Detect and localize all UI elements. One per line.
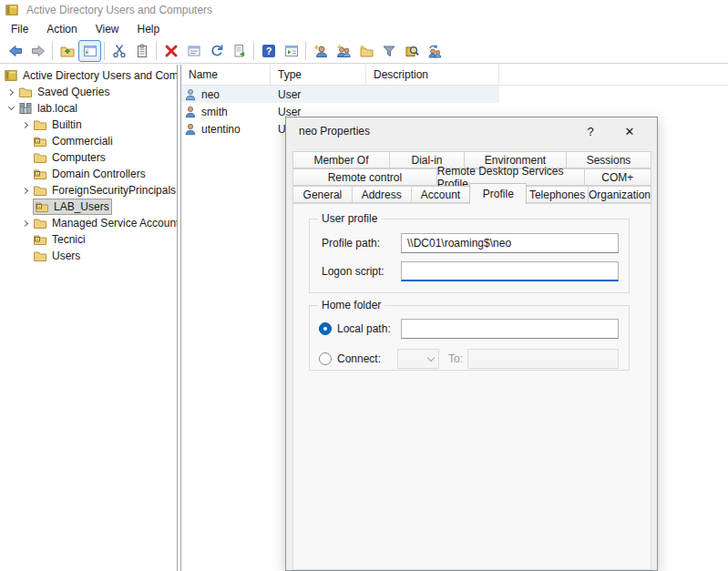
tab-telephones[interactable]: Telephones: [526, 186, 589, 203]
logon-script-input[interactable]: [401, 261, 619, 281]
tree-item-saved-queries[interactable]: Saved Queries: [0, 84, 177, 100]
tab-com-plus[interactable]: COM+: [584, 168, 651, 186]
column-header-type[interactable]: Type: [271, 65, 366, 85]
user-icon: [184, 123, 197, 136]
chevron-right-icon[interactable]: [18, 183, 33, 198]
mmc-app-icon: [5, 4, 18, 16]
new-ou-button[interactable]: [354, 40, 377, 62]
toolbar-separator: [253, 42, 254, 60]
find-button[interactable]: [400, 40, 423, 62]
new-ou-icon: [359, 44, 374, 58]
new-group-button[interactable]: [332, 40, 354, 62]
connect-radio[interactable]: [319, 352, 332, 365]
new-user-icon: [313, 44, 328, 58]
toolbar-separator: [156, 42, 157, 60]
tab-organization[interactable]: Organization: [588, 186, 651, 203]
folder-icon: [18, 85, 33, 99]
chevron-right-icon[interactable]: [18, 117, 33, 132]
menu-view[interactable]: View: [87, 21, 128, 37]
new-group-icon: [336, 44, 351, 58]
chevron-right-icon[interactable]: [18, 216, 33, 230]
toolbar-separator: [305, 42, 306, 60]
list-header: Name Type Description: [181, 65, 728, 86]
user-profile-legend: User profile: [318, 212, 381, 225]
filter-button[interactable]: [377, 40, 400, 62]
list-item-neo[interactable]: neo User: [181, 86, 499, 103]
back-button[interactable]: [4, 40, 26, 62]
dialog-title: neo Properties: [299, 125, 370, 138]
tree-item-domain[interactable]: lab.local: [0, 100, 177, 117]
tree-item-foreign-security-principals[interactable]: ForeignSecurityPrincipals: [0, 182, 177, 199]
refresh-button[interactable]: [205, 40, 228, 62]
change-domain-button[interactable]: [423, 40, 446, 62]
local-path-input[interactable]: [401, 319, 619, 339]
tree-selection: LAB_Users: [33, 199, 112, 215]
menu-help[interactable]: Help: [128, 21, 169, 37]
show-console-tree-button[interactable]: [78, 40, 101, 62]
dialog-help-button[interactable]: ?: [577, 120, 604, 143]
delete-button[interactable]: [159, 40, 182, 62]
domain-icon: [18, 101, 33, 116]
column-header-name[interactable]: Name: [181, 65, 271, 85]
tree-item-label: ForeignSecurityPrincipals: [52, 184, 176, 197]
tree-item-commerciali[interactable]: Commerciali: [0, 133, 177, 149]
chevron-down-icon: [427, 353, 435, 361]
tree-item-computers[interactable]: Computers: [0, 149, 177, 166]
tree-item-builtin[interactable]: Builtin: [0, 117, 177, 133]
console-tree-pane: Active Directory Users and Computers Sav…: [0, 65, 178, 571]
chevron-right-icon[interactable]: [4, 85, 18, 99]
tree-item-label: Commerciali: [52, 135, 113, 148]
new-user-button[interactable]: [309, 40, 332, 62]
svg-text:?: ?: [265, 46, 272, 56]
paste-button[interactable]: [130, 40, 153, 62]
local-path-radio[interactable]: [319, 322, 332, 335]
tree-item-label: Saved Queries: [37, 86, 109, 98]
tree-item-lab-users[interactable]: LAB_Users: [0, 199, 177, 215]
column-header-description[interactable]: Description: [366, 65, 499, 85]
tree-item-root[interactable]: Active Directory Users and Computers: [0, 67, 177, 84]
tree-item-tecnici[interactable]: Tecnici: [0, 231, 177, 248]
close-icon[interactable]: ✕: [613, 120, 646, 143]
tab-member-of[interactable]: Member Of: [292, 151, 390, 168]
tab-address[interactable]: Address: [352, 186, 412, 203]
logon-script-label: Logon script:: [322, 261, 385, 281]
drive-letter-select[interactable]: [397, 349, 439, 369]
tree-item-users[interactable]: Users: [0, 248, 177, 264]
column-header-filler: [499, 65, 728, 85]
tree-item-label: Builtin: [52, 118, 82, 131]
export-list-button[interactable]: [228, 40, 251, 62]
cut-button[interactable]: [108, 40, 130, 62]
show-action-pane-button[interactable]: [280, 40, 302, 62]
help-button[interactable]: ?: [257, 40, 280, 62]
toolbar-separator: [104, 42, 105, 60]
object-name: smith: [201, 106, 228, 118]
up-one-level-button[interactable]: [56, 40, 78, 62]
user-icon: [184, 88, 197, 101]
menu-action[interactable]: Action: [37, 21, 86, 37]
folder-icon: [33, 183, 47, 198]
mmc-root-icon: [4, 68, 18, 83]
properties-icon: [187, 44, 201, 58]
tree-item-domain-controllers[interactable]: Domain Controllers: [0, 166, 177, 182]
local-path-label: Local path:: [337, 319, 391, 339]
tab-account[interactable]: Account: [411, 186, 471, 203]
forward-button[interactable]: [26, 40, 49, 62]
user-profile-group: User profile Profile path: \\DC01\roamin…: [309, 219, 630, 293]
tree-item-label: lab.local: [37, 102, 77, 115]
ou-folder-icon: [35, 199, 49, 214]
chevron-down-icon[interactable]: [4, 101, 18, 116]
connect-to-input[interactable]: [467, 349, 619, 369]
menu-file[interactable]: File: [2, 21, 37, 37]
refresh-icon: [210, 44, 224, 58]
tab-profile[interactable]: Profile: [469, 183, 527, 204]
home-folder-legend: Home folder: [318, 299, 385, 311]
tree-item-managed-service-accounts[interactable]: Managed Service Accounts: [0, 215, 177, 231]
tree-item-label: Tecnici: [52, 233, 86, 246]
profile-path-input[interactable]: \\DC01\roaming$\neo: [401, 233, 619, 253]
tab-general[interactable]: General: [292, 186, 353, 203]
properties-button[interactable]: [182, 40, 205, 62]
tab-remote-control[interactable]: Remote control: [292, 168, 437, 186]
window-title: Active Directory Users and Computers: [26, 4, 212, 16]
neo-properties-dialog: neo Properties ? ✕ Member Of Dial-in Env…: [285, 117, 658, 571]
folder-icon: [33, 117, 47, 132]
